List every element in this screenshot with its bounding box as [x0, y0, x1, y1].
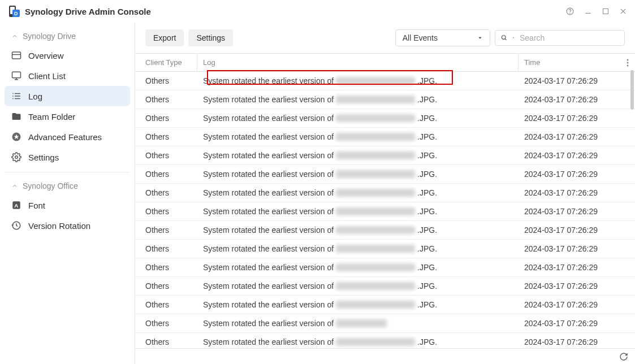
footer [135, 348, 635, 364]
client-list-icon [11, 71, 21, 81]
table-row[interactable]: OthersSystem rotated the earliest versio… [135, 202, 635, 221]
overview-icon [11, 50, 21, 60]
log-icon [11, 91, 21, 101]
redacted-filename [336, 114, 415, 122]
table-row[interactable]: OthersSystem rotated the earliest versio… [135, 333, 635, 348]
svg-point-5 [570, 13, 571, 14]
table-row[interactable]: OthersSystem rotated the earliest versio… [135, 184, 635, 202]
sidebar-item-font[interactable]: A Font [5, 195, 130, 215]
cell-log: System rotated the earliest version of .… [197, 333, 519, 348]
divider [5, 172, 130, 172]
maximize-icon[interactable] [602, 7, 609, 15]
sidebar-item-team-folder[interactable]: Team Folder [5, 106, 130, 127]
table-row[interactable]: OthersSystem rotated the earliest versio… [135, 146, 635, 165]
section-header-drive[interactable]: Synology Drive [5, 27, 130, 45]
redacted-filename [336, 319, 387, 327]
search-box[interactable] [495, 30, 625, 46]
cell-client-type: Others [135, 333, 197, 348]
col-menu-icon[interactable] [620, 54, 635, 71]
folder-icon [11, 111, 21, 122]
help-icon[interactable] [566, 7, 574, 15]
redacted-filename [336, 282, 415, 290]
cell-client-type: Others [135, 202, 197, 220]
chevron-up-icon [11, 33, 18, 40]
table-row[interactable]: OthersSystem rotated the earliest versio… [135, 296, 635, 314]
sidebar-item-advanced[interactable]: Advanced Features [5, 127, 130, 147]
table-row[interactable]: OthersSystem rotated the earliest versio… [135, 221, 635, 240]
cell-log: System rotated the earliest version of .… [197, 277, 519, 295]
cell-log: System rotated the earliest version of .… [197, 240, 519, 258]
sidebar-item-label: Log [28, 92, 42, 101]
section-header-label: Synology Office [23, 181, 78, 190]
svg-point-23 [15, 156, 18, 159]
table-row[interactable]: OthersSystem rotated the earliest versio… [135, 72, 635, 90]
cell-log: System rotated the earliest version of .… [197, 72, 519, 90]
redacted-filename [336, 226, 415, 234]
event-filter-select[interactable]: All Events [395, 29, 490, 46]
svg-rect-10 [12, 52, 21, 59]
redacted-filename [336, 245, 415, 253]
redacted-filename [336, 338, 415, 346]
cell-time: 2024-03-17 07:26:29 [519, 72, 620, 90]
redacted-filename [336, 133, 415, 141]
table-row[interactable]: OthersSystem rotated the earliest versio… [135, 240, 635, 258]
table-body[interactable]: OthersSystem rotated the earliest versio… [135, 72, 635, 348]
cell-log: System rotated the earliest version of .… [197, 296, 519, 314]
sidebar-item-log[interactable]: Log [5, 86, 130, 106]
scrollbar[interactable] [630, 70, 634, 110]
search-input[interactable] [520, 33, 619, 42]
content-area: Export Settings All Events Client Type L… [135, 23, 635, 364]
cell-client-type: Others [135, 314, 197, 332]
col-header-client[interactable]: Client Type [135, 54, 197, 71]
table-row[interactable]: OthersSystem rotated the earliest versio… [135, 258, 635, 277]
col-header-log[interactable]: Log [197, 54, 519, 71]
search-icon [501, 33, 507, 42]
table-row[interactable]: OthersSystem rotated the earliest versio… [135, 109, 635, 128]
export-button[interactable]: Export [145, 29, 184, 46]
sidebar-item-client-list[interactable]: Client List [5, 66, 130, 86]
event-filter-value: All Events [403, 33, 438, 42]
svg-marker-27 [479, 37, 482, 39]
redacted-filename [336, 301, 415, 309]
redacted-filename [336, 170, 415, 178]
redacted-filename [336, 263, 415, 271]
redacted-filename [336, 189, 415, 197]
cell-time: 2024-03-17 07:26:29 [519, 296, 620, 314]
svg-point-32 [627, 62, 629, 63]
table-row[interactable]: OthersSystem rotated the earliest versio… [135, 277, 635, 296]
section-header-office[interactable]: Synology Office [5, 177, 130, 195]
cell-time: 2024-03-17 07:26:29 [519, 314, 620, 332]
cell-time: 2024-03-17 07:26:29 [519, 146, 620, 164]
settings-button[interactable]: Settings [188, 29, 233, 46]
sidebar-item-overview[interactable]: Overview [5, 45, 130, 66]
table-row[interactable]: OthersSystem rotated the earliest versio… [135, 90, 635, 109]
cell-client-type: Others [135, 90, 197, 109]
log-table: Client Type Log Time OthersSystem rotate… [135, 53, 635, 348]
cell-log: System rotated the earliest version of .… [197, 258, 519, 276]
table-row[interactable]: OthersSystem rotated the earliest versio… [135, 314, 635, 333]
table-row[interactable]: OthersSystem rotated the earliest versio… [135, 128, 635, 146]
cell-log: System rotated the earliest version of [197, 314, 519, 332]
star-icon [11, 132, 21, 142]
cell-time: 2024-03-17 07:26:29 [519, 258, 620, 276]
refresh-icon[interactable] [619, 352, 628, 361]
svg-text:D: D [14, 11, 18, 16]
caret-down-icon[interactable] [512, 36, 515, 40]
col-header-time[interactable]: Time [519, 54, 620, 71]
cell-client-type: Others [135, 258, 197, 276]
caret-down-icon [477, 35, 483, 41]
gear-icon [11, 152, 21, 162]
close-icon[interactable] [619, 7, 627, 15]
table-header: Client Type Log Time [135, 53, 635, 72]
sidebar-item-version-rotation[interactable]: Version Rotation [5, 215, 130, 236]
font-icon: A [11, 200, 21, 210]
table-row[interactable]: OthersSystem rotated the earliest versio… [135, 165, 635, 184]
cell-client-type: Others [135, 221, 197, 239]
sidebar-item-settings[interactable]: Settings [5, 147, 130, 167]
sidebar-item-label: Client List [28, 71, 66, 81]
svg-point-31 [627, 59, 629, 60]
cell-log: System rotated the earliest version of .… [197, 184, 519, 202]
cell-time: 2024-03-17 07:26:29 [519, 333, 620, 348]
minimize-icon[interactable] [584, 7, 592, 15]
section-header-label: Synology Drive [23, 32, 76, 41]
